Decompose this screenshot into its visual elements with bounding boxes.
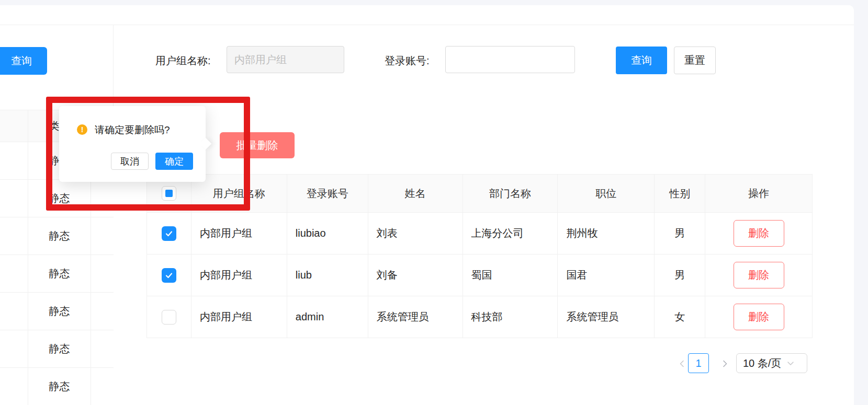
column-header-action: 操作 xyxy=(705,175,812,212)
page-size-select[interactable]: 10 条/页 xyxy=(736,353,807,373)
page-size-value: 10 条/页 xyxy=(743,356,781,371)
left-table-row[interactable]: 静态 xyxy=(0,217,114,255)
cell-department: 科技部 xyxy=(463,296,558,338)
cell-name: 系统管理员 xyxy=(368,296,463,338)
cell-group: 内部用户组 xyxy=(191,213,287,254)
confirm-message: 请确定要删除吗? xyxy=(95,123,170,137)
delete-button[interactable]: 删除 xyxy=(734,220,784,247)
left-table-row[interactable]: 静态 xyxy=(0,180,114,217)
left-query-button[interactable]: 查询 xyxy=(0,47,47,75)
delete-button[interactable]: 删除 xyxy=(734,262,784,288)
left-table-row[interactable]: 静态 xyxy=(0,293,114,330)
column-header-account: 登录账号 xyxy=(287,175,368,212)
cell-name: 刘表 xyxy=(368,213,463,254)
row-checkbox[interactable] xyxy=(162,268,176,283)
chevron-down-icon xyxy=(786,359,795,367)
cell-position: 系统管理员 xyxy=(558,296,655,338)
table-row: 内部用户组 admin 系统管理员 科技部 系统管理员 女 删除 xyxy=(147,296,812,338)
cancel-button[interactable]: 取消 xyxy=(111,153,149,170)
group-name-input[interactable] xyxy=(227,46,344,73)
left-table-row[interactable]: 静态 xyxy=(0,368,114,405)
select-all-checkbox[interactable] xyxy=(162,186,176,201)
row-checkbox[interactable] xyxy=(162,310,176,325)
indeterminate-mark-icon xyxy=(165,190,173,197)
cell-department: 上海分公司 xyxy=(463,213,558,254)
prev-page-icon[interactable] xyxy=(678,360,686,368)
user-table: 用户组名称 登录账号 姓名 部门名称 职位 性别 操作 内部用户组 liubia… xyxy=(146,174,813,338)
warning-icon: ! xyxy=(77,124,87,135)
column-header-gender: 性别 xyxy=(655,175,705,212)
cell-position: 国君 xyxy=(558,254,655,296)
search-button[interactable]: 查询 xyxy=(616,47,667,74)
table-row: 内部用户组 liub 刘备 蜀国 国君 男 删除 xyxy=(147,254,812,296)
login-account-input[interactable] xyxy=(445,46,575,73)
delete-button[interactable]: 删除 xyxy=(734,304,784,330)
check-icon xyxy=(165,271,173,280)
cell-account: liubiao xyxy=(287,213,368,254)
reset-button[interactable]: 重置 xyxy=(674,47,716,74)
batch-delete-button[interactable]: 批量删除 xyxy=(220,132,295,158)
cell-account: liub xyxy=(287,254,368,296)
delete-confirm-popover: ! 请确定要删除吗? 取消 确定 xyxy=(59,106,206,182)
column-header-group: 用户组名称 xyxy=(191,175,287,212)
cell-group: 内部用户组 xyxy=(191,296,287,338)
table-row: 内部用户组 liubiao 刘表 上海分公司 荆州牧 男 删除 xyxy=(147,213,812,254)
top-bar xyxy=(0,5,854,25)
table-header-row: 用户组名称 登录账号 姓名 部门名称 职位 性别 操作 xyxy=(147,174,812,213)
cell-gender: 男 xyxy=(655,254,705,296)
cell-account: admin xyxy=(287,296,368,338)
row-checkbox[interactable] xyxy=(162,226,176,241)
left-table-row[interactable]: 静态 xyxy=(0,255,114,293)
cell-position: 荆州牧 xyxy=(558,213,655,254)
cell-gender: 男 xyxy=(655,213,705,254)
cell-name: 刘备 xyxy=(368,254,463,296)
cell-gender: 女 xyxy=(655,296,705,338)
column-header-name: 姓名 xyxy=(368,175,463,212)
login-account-label: 登录账号: xyxy=(385,54,430,68)
next-page-icon[interactable] xyxy=(720,360,729,368)
column-header-department: 部门名称 xyxy=(463,175,558,212)
app-screen: 查询 类型 静态 静态 静态 静态 静态 静态 静态 用户组名称: 登录账号: … xyxy=(0,0,868,405)
confirm-button[interactable]: 确定 xyxy=(155,153,193,170)
column-header-position: 职位 xyxy=(558,175,655,212)
page-number-button[interactable]: 1 xyxy=(688,353,709,373)
cell-group: 内部用户组 xyxy=(191,254,287,296)
cell-department: 蜀国 xyxy=(463,254,558,296)
left-table-row[interactable]: 静态 xyxy=(0,330,114,368)
group-name-label: 用户组名称: xyxy=(155,54,211,68)
left-header-empty-cell xyxy=(0,110,28,142)
check-icon xyxy=(165,229,173,238)
